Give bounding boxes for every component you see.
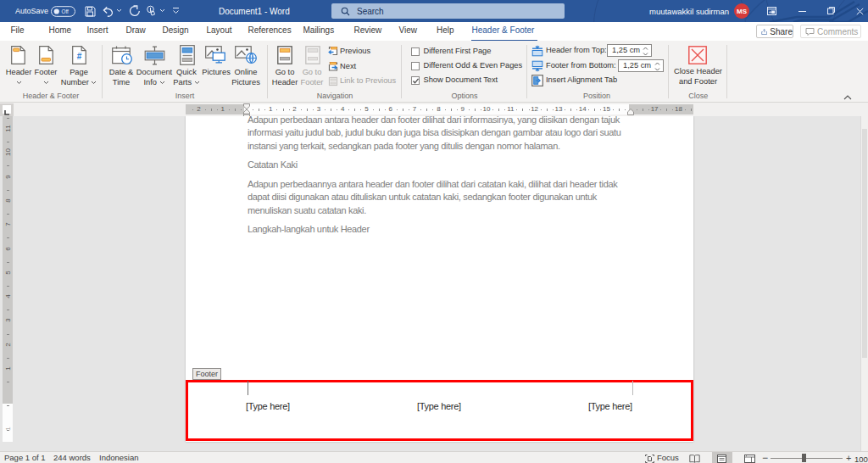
svg-text:#: # [76, 51, 81, 60]
svg-text:Off: Off [62, 8, 70, 14]
